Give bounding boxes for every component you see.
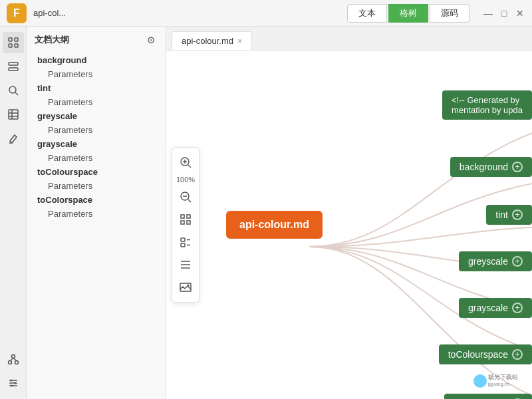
focus-button[interactable]: [176, 210, 195, 229]
icon-bar: [0, 27, 27, 399]
svg-rect-32: [187, 215, 190, 218]
file-tab-api-colour[interactable]: api-colour.md ×: [172, 31, 252, 50]
tree-item-grayscale-params[interactable]: Parameters: [27, 151, 166, 165]
title-bar: F api-col... 文本 格树 源码 — □ ✕: [0, 0, 532, 27]
svg-rect-31: [181, 215, 184, 218]
svg-point-6: [9, 86, 16, 93]
window-controls: — □ ✕: [483, 8, 525, 19]
sidebar: 文档大纲 ⊙ background Parameters tint Parame…: [27, 27, 166, 399]
view-tab-group: 文本 格树 源码: [347, 4, 469, 23]
minimize-button[interactable]: —: [483, 8, 493, 19]
sidebar-title: 文档大纲: [35, 34, 69, 46]
tree-item-tint[interactable]: tint: [27, 81, 166, 95]
tree-item-background[interactable]: background: [27, 53, 166, 67]
svg-rect-1: [15, 38, 18, 41]
svg-point-23: [11, 385, 13, 387]
svg-rect-35: [181, 238, 185, 241]
branch-background-label: background: [460, 162, 508, 172]
branch-tint-label: tint: [495, 209, 508, 220]
edit-view-icon[interactable]: [3, 128, 24, 149]
svg-point-14: [8, 361, 11, 364]
branch-grayscale-plus[interactable]: +: [512, 303, 523, 313]
branch-comment-line1: <!-- Generated by: [452, 95, 519, 105]
svg-rect-3: [15, 44, 18, 47]
branch-comment-node[interactable]: <!-- Generated by mentation by upda: [442, 90, 532, 120]
branch-toColourspace-node[interactable]: toColourspace +: [439, 344, 532, 364]
bottom-settings-icon[interactable]: [3, 372, 24, 394]
tab-tree[interactable]: 格树: [388, 4, 428, 23]
tree-item-toColorspace-params[interactable]: Parameters: [27, 207, 166, 221]
branch-greyscale-label: greyscale: [468, 256, 508, 267]
file-tab-label: api-colour.md: [182, 36, 233, 46]
node-view-icon[interactable]: [3, 348, 24, 370]
svg-line-25: [188, 165, 191, 168]
branch-tint-plus[interactable]: +: [512, 209, 523, 220]
svg-rect-34: [187, 221, 190, 224]
branch-greyscale-plus[interactable]: +: [512, 256, 523, 267]
window-title: api-col...: [33, 8, 347, 18]
tab-text[interactable]: 文本: [347, 4, 387, 23]
branch-tint-node[interactable]: tint +: [486, 205, 532, 225]
branch-toColourspace-label: toColourspace: [448, 349, 508, 360]
svg-point-15: [15, 361, 18, 364]
svg-line-16: [10, 358, 13, 361]
svg-rect-0: [9, 38, 12, 41]
search-view-icon[interactable]: [3, 80, 24, 101]
branch-grayscale-label: grayscale: [468, 303, 508, 313]
tree-item-greyscale[interactable]: greyscale: [27, 109, 166, 123]
tab-source[interactable]: 源码: [430, 4, 469, 23]
sidebar-tree: background Parameters tint Parameters gr…: [27, 51, 166, 399]
svg-rect-2: [9, 44, 12, 47]
branch-grayscale-node[interactable]: grayscale +: [459, 298, 532, 318]
content-area: api-colour.md ×: [166, 27, 532, 399]
branch-toColourspace-plus[interactable]: +: [512, 349, 523, 360]
tree-item-toColourspace[interactable]: toColourspace: [27, 165, 166, 179]
layout-button[interactable]: [176, 233, 195, 251]
main-layout: 文档大纲 ⊙ background Parameters tint Parame…: [0, 27, 532, 399]
image-button[interactable]: [176, 278, 195, 297]
svg-point-22: [14, 382, 16, 384]
tree-item-tint-params[interactable]: Parameters: [27, 95, 166, 109]
svg-line-29: [188, 200, 191, 202]
zoom-in-button[interactable]: [176, 153, 195, 172]
tree-item-background-params[interactable]: Parameters: [27, 67, 166, 81]
app-logo: F: [7, 3, 27, 23]
svg-rect-36: [181, 243, 185, 247]
tree-item-toColorspace[interactable]: toColorspace: [27, 193, 166, 207]
svg-point-44: [473, 374, 487, 388]
watermark: 极光下载站 jiguang.cn: [473, 371, 527, 394]
zoom-out-button[interactable]: [176, 188, 195, 206]
close-button[interactable]: ✕: [515, 8, 525, 19]
central-node[interactable]: api-colour.md: [226, 211, 323, 239]
layers-view-icon[interactable]: [3, 56, 24, 77]
svg-rect-5: [9, 68, 18, 70]
zoom-level: 100%: [176, 176, 195, 184]
map-toolbar: 100%: [172, 147, 200, 303]
svg-text:极光下载站: 极光下载站: [487, 374, 518, 380]
tree-item-greyscale-params[interactable]: Parameters: [27, 123, 166, 137]
svg-line-17: [13, 358, 17, 361]
maximize-button[interactable]: □: [499, 8, 509, 19]
svg-rect-4: [9, 63, 18, 65]
branch-toColorspace-node[interactable]: toColorspace +: [444, 394, 533, 399]
svg-point-43: [188, 285, 190, 287]
sidebar-header: 文档大纲 ⊙: [27, 27, 166, 51]
mind-map-area[interactable]: 100%: [166, 51, 532, 399]
list-button[interactable]: [176, 255, 195, 274]
tree-item-grayscale[interactable]: grayscale: [27, 137, 166, 151]
branch-background-plus[interactable]: +: [512, 162, 523, 172]
svg-line-7: [15, 92, 18, 95]
svg-point-13: [11, 355, 15, 358]
branch-background-node[interactable]: background +: [450, 157, 532, 177]
svg-rect-8: [9, 110, 18, 119]
file-tab-close[interactable]: ×: [237, 37, 242, 46]
branch-comment-line2: mentation by upda: [452, 105, 523, 115]
branch-greyscale-node[interactable]: greyscale +: [459, 251, 532, 271]
file-tab-bar: api-colour.md ×: [166, 27, 532, 51]
tree-item-toColourspace-params[interactable]: Parameters: [27, 179, 166, 193]
tree-view-icon[interactable]: [3, 32, 24, 53]
svg-point-21: [10, 380, 12, 382]
table-view-icon[interactable]: [3, 104, 24, 125]
svg-rect-33: [181, 221, 184, 224]
sidebar-settings-icon[interactable]: ⊙: [144, 33, 158, 47]
